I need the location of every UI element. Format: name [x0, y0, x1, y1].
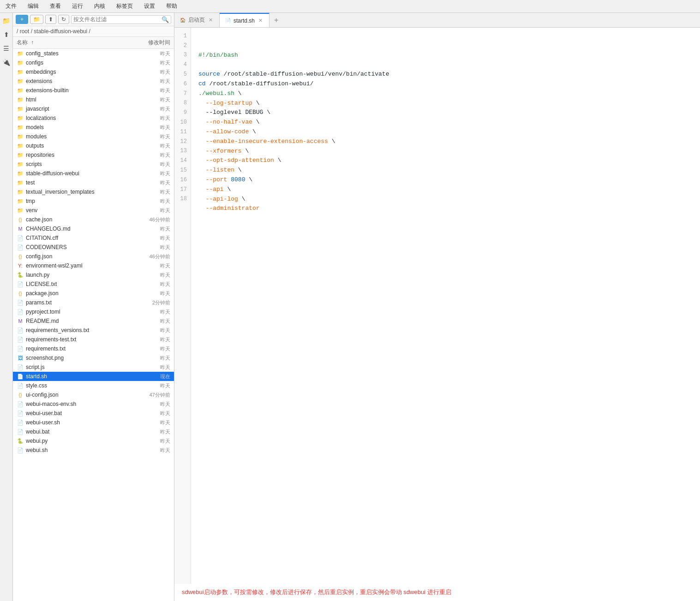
file-name: repositories — [26, 152, 133, 158]
file-icon: 📄 — [17, 400, 24, 408]
new-button[interactable]: + — [16, 15, 28, 24]
search-box: 🔍 — [71, 15, 171, 24]
file-time: 昨天 — [133, 438, 170, 445]
file-name: webui-user.bat — [26, 410, 133, 417]
file-name: screenshot.png — [26, 355, 133, 361]
list-item[interactable]: Y:environment-wsl2.yaml昨天 — [13, 261, 174, 270]
sidebar-puzzle-icon[interactable]: 🔌 — [1, 57, 12, 67]
menu-item-kernel[interactable]: 内核 — [92, 1, 107, 11]
list-item[interactable]: {}package.json昨天 — [13, 289, 174, 298]
file-icon: 📄 — [17, 244, 24, 251]
list-item[interactable]: 📁extensions昨天 — [13, 77, 174, 86]
tab-close-button[interactable]: ✕ — [208, 17, 214, 23]
menu-item-run[interactable]: 运行 — [70, 1, 85, 11]
upload-button[interactable]: ⬆ — [45, 15, 56, 24]
list-item[interactable]: 📁configs昨天 — [13, 58, 174, 67]
list-item[interactable]: 📁modules昨天 — [13, 132, 174, 141]
file-time: 46分钟前 — [133, 216, 170, 223]
list-item[interactable]: 📁models昨天 — [13, 123, 174, 132]
line-number: 13 — [174, 147, 191, 156]
menu-item-view[interactable]: 查看 — [48, 1, 63, 11]
menu-item-settings[interactable]: 设置 — [142, 1, 157, 11]
file-time: 昨天 — [133, 198, 170, 205]
list-item[interactable]: 🖼screenshot.png昨天 — [13, 353, 174, 363]
file-name: embeddings — [26, 69, 133, 75]
list-item[interactable]: 📄webui.bat昨天 — [13, 427, 174, 436]
list-item[interactable]: 📁javascript昨天 — [13, 104, 174, 113]
file-name: LICENSE.txt — [26, 281, 133, 287]
list-item[interactable]: 📄CODEOWNERS昨天 — [13, 243, 174, 252]
menu-item-help[interactable]: 帮助 — [164, 1, 179, 11]
search-input[interactable] — [73, 16, 162, 23]
tab-close-button[interactable]: ✕ — [257, 18, 263, 24]
file-name: package.json — [26, 290, 133, 297]
list-item[interactable]: 📁test昨天 — [13, 178, 174, 187]
list-item[interactable]: 📁tmp昨天 — [13, 196, 174, 206]
list-item[interactable]: 📁outputs昨天 — [13, 141, 174, 150]
file-name: textual_inversion_templates — [26, 189, 133, 195]
file-icon: 📄 — [17, 419, 24, 426]
refresh-button[interactable]: ↻ — [58, 15, 69, 24]
code-line: --api \ — [198, 185, 693, 195]
editor-tab[interactable]: 🏠启动页✕ — [174, 13, 220, 27]
list-item[interactable]: 📁html昨天 — [13, 95, 174, 104]
list-item[interactable]: 📁config_states昨天 — [13, 49, 174, 58]
list-item[interactable]: 📄requirements_versions.txt昨天 — [13, 326, 174, 335]
file-icon: 📄 — [17, 373, 24, 380]
editor-area: 🏠启动页✕📄startd.sh✕+ 1234567891011121314151… — [174, 13, 700, 601]
file-time: 46分钟前 — [133, 253, 170, 260]
list-item[interactable]: 📁venv昨天 — [13, 206, 174, 215]
list-item[interactable]: 📄webui-user.sh昨天 — [13, 418, 174, 427]
list-item[interactable]: 📁textual_inversion_templates昨天 — [13, 187, 174, 196]
list-item[interactable]: 📄webui.sh昨天 — [13, 446, 174, 455]
code-line: --listen \ — [198, 166, 693, 175]
list-item[interactable]: 📄script.js昨天 — [13, 363, 174, 372]
list-item[interactable]: 📄params.txt2分钟前 — [13, 298, 174, 307]
search-icon[interactable]: 🔍 — [162, 16, 169, 23]
menu-item-edit[interactable]: 编辑 — [26, 1, 41, 11]
tab-label: 启动页 — [188, 16, 205, 24]
file-icon: 📄 — [17, 410, 24, 417]
menu-item-tabs[interactable]: 标签页 — [114, 1, 135, 11]
list-item[interactable]: 📄requirements-test.txt昨天 — [13, 335, 174, 344]
file-name: CITATION.cff — [26, 235, 133, 241]
line-number: 5 — [174, 70, 191, 79]
file-time: 昨天 — [133, 447, 170, 454]
code-content[interactable]: #!/bin/bashsource /root/stable-diffusion… — [191, 28, 700, 584]
list-item[interactable]: MCHANGELOG.md昨天 — [13, 224, 174, 233]
sidebar-upload-icon[interactable]: ⬆ — [1, 30, 12, 40]
list-item[interactable]: 📄webui-user.bat昨天 — [13, 409, 174, 418]
list-item[interactable]: 🐍launch.py昨天 — [13, 270, 174, 280]
list-item[interactable]: 📁repositories昨天 — [13, 150, 174, 160]
list-item[interactable]: 📁stable-diffusion-webui昨天 — [13, 169, 174, 178]
list-item[interactable]: {}config.json46分钟前 — [13, 252, 174, 261]
editor-tab[interactable]: 📄startd.sh✕ — [220, 13, 269, 27]
folder-icon: 📁 — [17, 68, 24, 76]
list-item[interactable]: 📁extensions-builtin昨天 — [13, 86, 174, 95]
file-time: 现在 — [133, 373, 170, 380]
list-item[interactable]: 📄webui-macos-env.sh昨天 — [13, 399, 174, 409]
menu-item-file[interactable]: 文件 — [4, 1, 18, 11]
list-item[interactable]: 📁embeddings昨天 — [13, 67, 174, 77]
folder-button[interactable]: 📁 — [30, 15, 43, 24]
list-item[interactable]: 📄startd.sh现在 — [13, 372, 174, 381]
code-line: --allow-code \ — [198, 127, 693, 137]
code-line: --no-half-vae \ — [198, 118, 693, 127]
list-item[interactable]: 🐍webui.py昨天 — [13, 436, 174, 446]
list-item[interactable]: 📄CITATION.cff昨天 — [13, 233, 174, 243]
file-name: cache.json — [26, 216, 133, 223]
sidebar-list-icon[interactable]: ☰ — [1, 43, 12, 54]
list-item[interactable]: {}ui-config.json47分钟前 — [13, 390, 174, 399]
list-item[interactable]: 📄requirements.txt昨天 — [13, 344, 174, 353]
list-item[interactable]: 📄style.css昨天 — [13, 381, 174, 390]
folder-icon: 📁 — [17, 105, 24, 113]
sidebar-files-icon[interactable]: 📁 — [1, 16, 12, 26]
list-item[interactable]: 📄LICENSE.txt昨天 — [13, 280, 174, 289]
list-item[interactable]: 📁scripts昨天 — [13, 160, 174, 169]
add-tab-button[interactable]: + — [269, 16, 283, 24]
list-item[interactable]: MREADME.md昨天 — [13, 316, 174, 326]
list-item[interactable]: {}cache.json46分钟前 — [13, 215, 174, 224]
file-time: 昨天 — [133, 428, 170, 435]
list-item[interactable]: 📁localizations昨天 — [13, 113, 174, 123]
list-item[interactable]: 📄pyproject.toml昨天 — [13, 307, 174, 316]
